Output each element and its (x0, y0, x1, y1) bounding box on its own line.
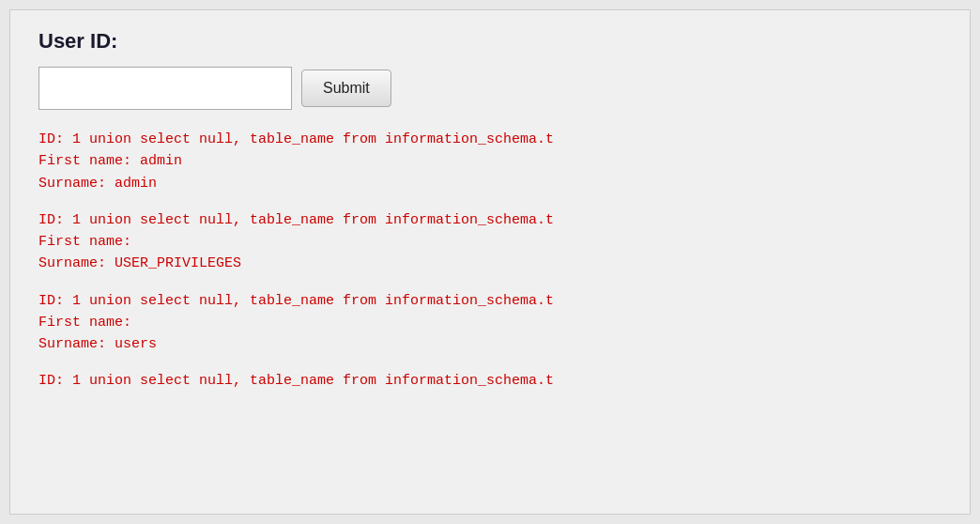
result-firstname-line: First name: (38, 231, 942, 253)
result-id-line: ID: 1 union select null, table_name from… (38, 370, 942, 392)
result-block: ID: 1 union select null, table_name from… (38, 370, 942, 392)
result-block: ID: 1 union select null, table_name from… (38, 209, 942, 275)
result-surname-line: Surname: USER_PRIVILEGES (38, 253, 942, 274)
page-container: User ID: Submit ID: 1 union select null,… (9, 9, 971, 515)
result-firstname-line: First name: (38, 312, 942, 333)
result-surname-line: Surname: admin (38, 173, 942, 194)
result-id-line: ID: 1 union select null, table_name from… (38, 129, 942, 150)
result-firstname-line: First name: admin (38, 150, 942, 172)
user-id-input[interactable] (38, 67, 292, 110)
input-row: Submit (38, 67, 942, 110)
result-surname-line: Surname: users (38, 333, 942, 355)
result-block: ID: 1 union select null, table_name from… (38, 129, 942, 194)
result-block: ID: 1 union select null, table_name from… (38, 290, 942, 356)
submit-button[interactable]: Submit (301, 69, 391, 107)
result-id-line: ID: 1 union select null, table_name from… (38, 209, 942, 231)
result-id-line: ID: 1 union select null, table_name from… (38, 290, 942, 312)
user-id-label: User ID: (38, 29, 942, 54)
results-container: ID: 1 union select null, table_name from… (38, 129, 942, 393)
